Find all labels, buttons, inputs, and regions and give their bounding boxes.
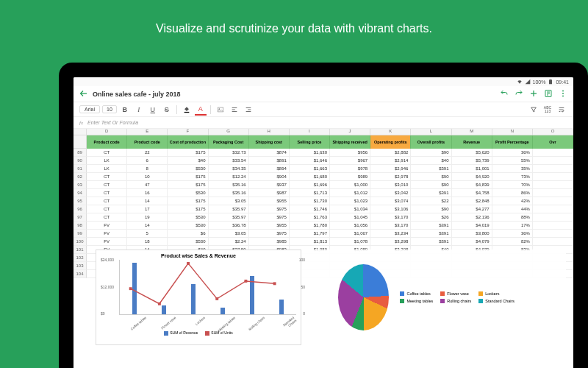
cell[interactable]: 17 — [127, 205, 168, 213]
bar-chart[interactable]: Product wise Sales & Revenue $24,000 $12… — [96, 250, 301, 345]
col-letter[interactable]: L — [411, 129, 451, 135]
cell[interactable]: $90 — [411, 205, 451, 213]
font-picker[interactable]: Arial — [79, 105, 100, 113]
row-number[interactable]: 101 — [74, 246, 87, 254]
cell[interactable]: 10 — [127, 173, 168, 181]
cell[interactable]: $5,739 — [452, 157, 492, 165]
cell[interactable]: FV — [87, 238, 127, 246]
cell[interactable]: $22 — [411, 197, 451, 205]
row-number[interactable]: 97 — [74, 213, 87, 222]
cell[interactable] — [533, 222, 573, 230]
column-header[interactable]: Ovr — [533, 135, 573, 149]
cell[interactable]: $35.16 — [209, 181, 249, 189]
cell[interactable]: $32.73 — [209, 149, 249, 157]
add-icon[interactable] — [529, 89, 538, 99]
cell[interactable]: 36% — [492, 149, 533, 157]
cell[interactable]: $1,746 — [290, 205, 330, 213]
cell[interactable]: $955 — [249, 222, 290, 230]
row-number[interactable]: 90 — [74, 157, 87, 165]
cell[interactable]: $90 — [411, 181, 451, 189]
cell[interactable]: $2,848 — [452, 197, 492, 205]
cell[interactable]: 5 — [127, 230, 168, 238]
bold-button[interactable]: B — [119, 104, 131, 116]
column-header[interactable]: Packaging Cost — [209, 135, 249, 149]
cell[interactable] — [533, 181, 573, 189]
cell[interactable]: $175 — [168, 149, 208, 157]
col-letter[interactable]: O — [533, 129, 573, 135]
cell[interactable]: 35% — [492, 165, 533, 173]
cell[interactable] — [533, 230, 573, 238]
cell[interactable]: $1,696 — [290, 181, 330, 189]
column-header[interactable]: Shipping received — [330, 135, 370, 149]
align-button[interactable] — [229, 104, 240, 116]
cell[interactable]: CT — [87, 213, 127, 222]
cell[interactable]: 18 — [127, 238, 168, 246]
spreadsheet-grid[interactable]: Product codeProduct codeCost of producti… — [74, 135, 573, 368]
cell[interactable]: $1,663 — [290, 165, 330, 173]
cell[interactable]: $989 — [330, 173, 370, 181]
col-letter[interactable]: M — [452, 129, 492, 135]
table-row[interactable]: 95CT14$175$3.05$955$1,730$1,023$3,074$22… — [74, 197, 573, 205]
form-icon[interactable] — [544, 89, 553, 99]
cell[interactable]: 73% — [492, 173, 533, 181]
cell[interactable]: $530 — [168, 238, 208, 246]
cell[interactable]: $391 — [411, 165, 451, 173]
col-letter[interactable]: N — [492, 129, 533, 135]
cell[interactable]: $530 — [168, 189, 208, 197]
cell[interactable]: $937 — [249, 181, 290, 189]
column-header[interactable]: Selling price — [290, 135, 330, 149]
table-row[interactable]: 100FV18$530$2.24$985$1,813$1,078$3,298$3… — [74, 238, 573, 246]
cell[interactable]: $975 — [249, 213, 290, 222]
cell[interactable]: CT — [87, 149, 127, 157]
cell[interactable]: $1,630 — [290, 149, 330, 157]
cell[interactable]: $1,001 — [452, 165, 492, 173]
cell[interactable]: $955 — [249, 197, 290, 205]
cell[interactable]: 42% — [492, 197, 533, 205]
column-header[interactable]: Overall profits — [411, 135, 451, 149]
formula-input[interactable]: Enter Text Or Formula — [87, 120, 138, 125]
filter-button[interactable] — [528, 104, 539, 116]
cell[interactable]: $1,680 — [290, 173, 330, 181]
cell[interactable]: $1,056 — [330, 222, 370, 230]
row-number[interactable]: 96 — [74, 205, 87, 213]
cell[interactable]: 17% — [492, 222, 533, 230]
cell[interactable]: 16 — [127, 189, 168, 197]
cell[interactable]: $1,646 — [290, 157, 330, 165]
cell[interactable] — [533, 189, 573, 197]
table-row[interactable]: 97CT19$530$35.97$975$1,763$1,045$3,170$2… — [74, 213, 573, 222]
cell[interactable]: $175 — [168, 173, 208, 181]
text-color-button[interactable]: A — [195, 104, 207, 116]
column-header[interactable]: Shipping cost — [249, 135, 290, 149]
cell[interactable]: $3,170 — [370, 213, 411, 222]
cell[interactable]: $391 — [411, 230, 451, 238]
cell[interactable]: $391 — [411, 189, 451, 197]
column-header[interactable]: Product code — [127, 135, 168, 149]
format-abc123-button[interactable]: ABC 123 — [542, 104, 553, 116]
col-letter[interactable]: H — [249, 129, 290, 135]
table-row[interactable]: 92CT10$175$12.24$904$1,680$989$2,978$90$… — [74, 173, 573, 181]
cell[interactable]: $175 — [168, 205, 208, 213]
font-size-picker[interactable]: 10 — [102, 105, 117, 113]
cell[interactable]: CT — [87, 173, 127, 181]
row-number[interactable]: 91 — [74, 165, 87, 173]
col-letter[interactable]: I — [290, 129, 330, 135]
cell[interactable]: $987 — [249, 189, 290, 197]
cell[interactable]: $34.35 — [209, 165, 249, 173]
cell[interactable]: $530 — [168, 213, 208, 222]
row-number[interactable]: 89 — [74, 149, 87, 157]
col-letter[interactable]: E — [127, 129, 168, 135]
cell[interactable]: $1,034 — [330, 205, 370, 213]
cell[interactable]: $1,713 — [290, 189, 330, 197]
cell[interactable]: $3.05 — [209, 197, 249, 205]
row-number[interactable]: 92 — [74, 173, 87, 181]
cell[interactable]: 44% — [492, 205, 533, 213]
cell[interactable]: $4,019 — [452, 222, 492, 230]
pie-chart[interactable]: Coffee tablesFlower vaseLockersMeeting t… — [323, 250, 514, 345]
cell[interactable]: FV — [87, 222, 127, 230]
col-letter[interactable]: J — [330, 129, 370, 135]
cell[interactable]: $891 — [249, 157, 290, 165]
cell[interactable]: $2,946 — [370, 165, 411, 173]
cell[interactable]: $4,839 — [452, 181, 492, 189]
cell[interactable]: $33.54 — [209, 157, 249, 165]
cell[interactable]: $1,000 — [330, 181, 370, 189]
